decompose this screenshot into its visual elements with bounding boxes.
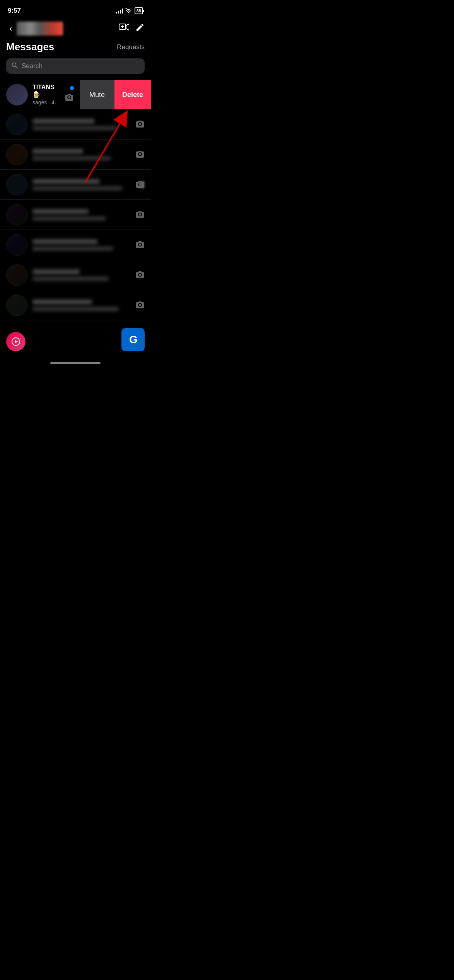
blurred-content-4 [32,209,145,221]
wifi-icon [125,8,132,14]
titans-message-content: TITANS 🍺 sages · 42m [32,84,61,105]
titans-avatar [6,84,28,105]
camera-icon-2 [135,120,145,129]
home-indicator [50,362,101,364]
search-placeholder: Search [22,62,43,70]
avatar-placeholder [17,22,63,36]
header-avatar [17,22,119,36]
unread-indicator [70,86,74,90]
battery-icon: 88 [135,7,143,14]
messages-title-row: Messages Requests [0,39,151,58]
header-nav: ‹ [0,19,151,39]
message-row-2[interactable] [0,140,151,170]
status-bar: 9:57 88 [0,0,151,19]
blurred-content-1 [32,119,145,130]
search-bar[interactable]: Search [6,58,145,74]
signal-bars-icon [116,8,123,14]
blurred-avatar-5 [6,234,28,256]
new-video-button[interactable] [119,23,129,34]
requests-button[interactable]: Requests [117,43,145,51]
blurred-avatar-1 [6,114,28,135]
svg-marker-9 [15,340,18,343]
blurred-content-3 [32,179,145,191]
blurred-avatar-2 [6,144,28,165]
status-time: 9:57 [8,7,21,15]
camera-icon-8 [135,301,145,310]
camera-icon-3 [135,150,145,159]
mute-button[interactable]: Mute [80,80,114,109]
message-row-titans[interactable]: TITANS 🍺 sages · 42m [0,80,80,109]
blurred-avatar-6 [6,264,28,286]
message-row-3[interactable] [0,170,151,200]
header-actions [119,23,145,34]
status-icons: 88 [116,7,143,14]
svg-marker-1 [126,24,129,30]
home-indicator-area [0,355,151,373]
swipe-actions: Mute Delete [80,80,151,109]
blurred-avatar-4 [6,204,28,226]
blurred-avatar-3 [6,174,28,196]
messages-title: Messages [6,41,54,53]
camera-icon-5 [135,210,145,219]
blurred-content-6 [32,269,145,281]
tiktok-bottom-icon [6,332,26,351]
back-button[interactable]: ‹ [6,22,15,35]
compose-button[interactable] [135,23,145,34]
camera-icon-6 [135,240,145,250]
message-list: Mute Delete TITANS 🍺 sages · 42m [0,80,151,320]
blurred-avatar-7 [6,294,28,316]
message-row-4[interactable] [0,200,151,230]
svg-line-5 [16,66,18,68]
blurred-content-2 [32,149,145,160]
camera-icon-7 [135,271,145,280]
message-row-5[interactable] [0,230,151,260]
message-row-7[interactable] [0,290,151,320]
camera-icon-4 [135,180,145,189]
camera-icon [65,93,74,103]
message-row-6[interactable] [0,260,151,290]
blurred-content-7 [32,299,145,311]
search-icon [12,62,18,70]
titans-meta [65,86,74,103]
message-row-1[interactable] [0,109,151,140]
app-icon-bottom: G [121,328,145,351]
titans-name: TITANS 🍺 [32,84,61,98]
blurred-content-5 [32,239,145,251]
delete-button[interactable]: Delete [114,80,151,109]
search-bar-wrap: Search [0,58,151,80]
message-row-titans-container: Mute Delete TITANS 🍺 sages · 42m [0,80,151,109]
titans-preview: sages · 42m [32,99,61,105]
